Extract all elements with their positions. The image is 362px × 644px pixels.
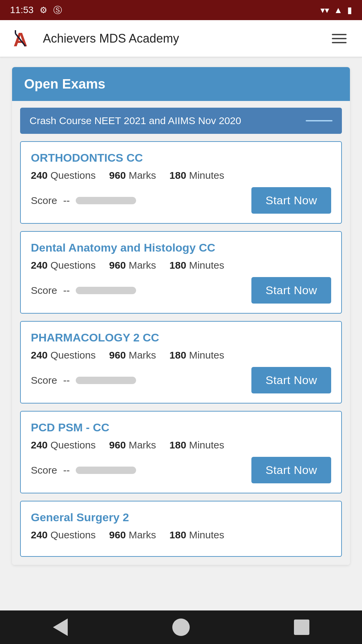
orthodontics-questions-num: 240 bbox=[31, 170, 48, 181]
exam-card-general-surgery: General Surgery 2 240 Questions 960 Mark… bbox=[20, 501, 342, 557]
battery-icon: ▮ bbox=[347, 5, 352, 15]
score-label-dental-anatomy: Score bbox=[31, 285, 57, 296]
exam-title-pharmacology: PHARMACOLOGY 2 CC bbox=[31, 331, 331, 344]
exam-meta-orthodontics: 240 Questions 960 Marks 180 Minutes bbox=[31, 170, 331, 181]
start-now-button-dental-anatomy[interactable]: Start Now bbox=[251, 277, 331, 304]
status-right: ▾▾ ▲ ▮ bbox=[320, 5, 352, 15]
score-section-pcd-psm: Score -- bbox=[31, 465, 136, 476]
orthodontics-minutes-num: 180 bbox=[170, 170, 186, 181]
settings-icon: ⚙ bbox=[40, 5, 47, 15]
hamburger-line-1 bbox=[332, 34, 347, 35]
general-surgery-marks-num: 960 bbox=[109, 529, 126, 540]
open-exams-body: Crash Course NEET 2021 and AIIMS Nov 202… bbox=[12, 101, 350, 565]
pharmacology-minutes-num: 180 bbox=[170, 350, 186, 361]
home-button[interactable] bbox=[169, 615, 193, 639]
hamburger-line-2 bbox=[332, 38, 347, 39]
general-surgery-questions-label: Questions bbox=[50, 529, 96, 540]
orthodontics-questions-label: Questions bbox=[50, 170, 96, 181]
exam-bottom-orthodontics: Score -- Start Now bbox=[31, 187, 331, 214]
open-exams-title: Open Exams bbox=[24, 76, 338, 92]
wifi-icon: ▾▾ bbox=[320, 5, 329, 15]
exam-meta-general-surgery: 240 Questions 960 Marks 180 Minutes bbox=[31, 529, 331, 541]
dental-anatomy-marks-label: Marks bbox=[129, 260, 156, 271]
score-dash-pharmacology: -- bbox=[63, 375, 70, 386]
exam-bottom-pharmacology: Score -- Start Now bbox=[31, 367, 331, 393]
dental-anatomy-marks-num: 960 bbox=[109, 260, 126, 271]
exam-bottom-dental-anatomy: Score -- Start Now bbox=[31, 277, 331, 304]
score-dash-dental-anatomy: -- bbox=[63, 285, 70, 296]
exam-card-pharmacology: PHARMACOLOGY 2 CC 240 Questions 960 Mark… bbox=[20, 321, 342, 404]
course-banner: Crash Course NEET 2021 and AIIMS Nov 202… bbox=[20, 108, 342, 134]
home-icon bbox=[172, 619, 190, 636]
score-dash-orthodontics: -- bbox=[63, 195, 70, 206]
pharmacology-minutes-label: Minutes bbox=[189, 350, 224, 361]
general-surgery-minutes-num: 180 bbox=[170, 529, 186, 540]
exam-title-pcd-psm: PCD PSM - CC bbox=[31, 421, 331, 434]
exam-title-general-surgery: General Surgery 2 bbox=[31, 511, 331, 524]
score-section-orthodontics: Score -- bbox=[31, 195, 136, 206]
app-name: Achievers MDS Academy bbox=[43, 32, 179, 46]
exam-card-pcd-psm: PCD PSM - CC 240 Questions 960 Marks 180… bbox=[20, 411, 342, 493]
app-logo: A bbox=[12, 27, 36, 50]
score-section-pharmacology: Score -- bbox=[31, 375, 136, 386]
score-bar-dental-anatomy bbox=[76, 287, 136, 294]
back-button[interactable] bbox=[49, 615, 72, 639]
recents-icon bbox=[294, 620, 309, 635]
exam-card-dental-anatomy: Dental Anatomy and Histology CC 240 Ques… bbox=[20, 231, 342, 314]
exam-card-orthodontics: ORTHODONTICS CC 240 Questions 960 Marks … bbox=[20, 141, 342, 224]
start-now-button-pcd-psm[interactable]: Start Now bbox=[251, 457, 331, 483]
start-now-button-orthodontics[interactable]: Start Now bbox=[251, 187, 331, 214]
at-sign-icon: Ⓢ bbox=[53, 4, 62, 16]
score-section-dental-anatomy: Score -- bbox=[31, 285, 136, 296]
pcd-psm-marks-num: 960 bbox=[109, 439, 126, 450]
general-surgery-minutes-label: Minutes bbox=[189, 529, 224, 540]
open-exams-header: Open Exams bbox=[12, 67, 350, 101]
recents-button[interactable] bbox=[290, 615, 313, 639]
score-label-orthodontics: Score bbox=[31, 195, 57, 206]
pcd-psm-questions-num: 240 bbox=[31, 439, 48, 450]
dental-anatomy-questions-num: 240 bbox=[31, 260, 48, 271]
pharmacology-marks-label: Marks bbox=[129, 350, 156, 361]
pcd-psm-minutes-num: 180 bbox=[170, 439, 186, 450]
dental-anatomy-minutes-label: Minutes bbox=[189, 260, 224, 271]
pcd-psm-questions-label: Questions bbox=[50, 439, 96, 450]
exam-meta-dental-anatomy: 240 Questions 960 Marks 180 Minutes bbox=[31, 260, 331, 271]
dental-anatomy-questions-label: Questions bbox=[50, 260, 96, 271]
status-bar: 11:53 ⚙ Ⓢ ▾▾ ▲ ▮ bbox=[0, 0, 362, 20]
general-surgery-questions-num: 240 bbox=[31, 529, 48, 540]
score-bar-pharmacology bbox=[76, 377, 136, 384]
pharmacology-questions-label: Questions bbox=[50, 350, 96, 361]
orthodontics-marks-num: 960 bbox=[109, 170, 126, 181]
exam-title-dental-anatomy: Dental Anatomy and Histology CC bbox=[31, 241, 331, 254]
course-banner-line bbox=[306, 120, 333, 121]
orthodontics-marks-label: Marks bbox=[129, 170, 156, 181]
score-bar-orthodontics bbox=[76, 197, 136, 204]
orthodontics-minutes-label: Minutes bbox=[189, 170, 224, 181]
status-time: 11:53 bbox=[10, 5, 34, 15]
main-content: Open Exams Crash Course NEET 2021 and AI… bbox=[0, 57, 362, 575]
navbar-left: A Achievers MDS Academy bbox=[12, 27, 179, 50]
score-label-pcd-psm: Score bbox=[31, 465, 57, 476]
status-left: 11:53 ⚙ Ⓢ bbox=[10, 4, 62, 16]
exam-title-orthodontics: ORTHODONTICS CC bbox=[31, 151, 331, 164]
start-now-button-pharmacology[interactable]: Start Now bbox=[251, 367, 331, 393]
score-bar-pcd-psm bbox=[76, 467, 136, 474]
hamburger-line-3 bbox=[332, 42, 347, 43]
open-exams-container: Open Exams Crash Course NEET 2021 and AI… bbox=[12, 67, 350, 565]
pcd-psm-marks-label: Marks bbox=[129, 439, 156, 450]
general-surgery-marks-label: Marks bbox=[129, 529, 156, 540]
navbar: A Achievers MDS Academy bbox=[0, 20, 362, 57]
exam-meta-pharmacology: 240 Questions 960 Marks 180 Minutes bbox=[31, 350, 331, 361]
score-label-pharmacology: Score bbox=[31, 375, 57, 386]
course-banner-text: Crash Course NEET 2021 and AIIMS Nov 202… bbox=[29, 115, 241, 126]
pcd-psm-minutes-label: Minutes bbox=[189, 439, 224, 450]
bottom-nav-bar bbox=[0, 610, 362, 644]
back-icon bbox=[53, 619, 68, 636]
exam-bottom-pcd-psm: Score -- Start Now bbox=[31, 457, 331, 483]
signal-icon: ▲ bbox=[334, 5, 343, 15]
dental-anatomy-minutes-num: 180 bbox=[170, 260, 186, 271]
hamburger-menu[interactable] bbox=[328, 31, 350, 47]
exam-meta-pcd-psm: 240 Questions 960 Marks 180 Minutes bbox=[31, 439, 331, 451]
pharmacology-questions-num: 240 bbox=[31, 350, 48, 361]
score-dash-pcd-psm: -- bbox=[63, 465, 70, 476]
